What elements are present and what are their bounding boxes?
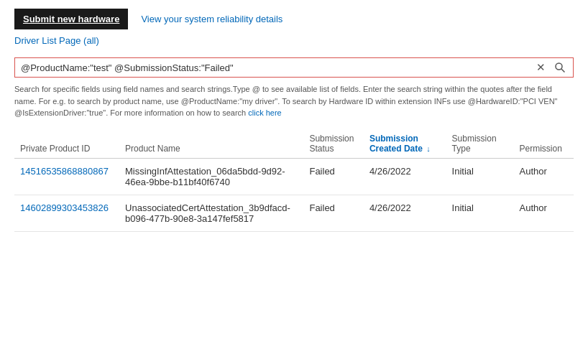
search-input[interactable] bbox=[21, 62, 535, 73]
search-help-text: Search for specific fields using field n… bbox=[14, 83, 574, 119]
header-row: Submit new hardware View your system rel… bbox=[14, 9, 574, 29]
col-header-submission-type: Submission Type bbox=[446, 129, 514, 159]
cell-private-product-id: 14516535868880867 bbox=[14, 158, 119, 195]
cell-submission-created-date: 4/26/2022 bbox=[364, 195, 446, 231]
cell-submission-status: Failed bbox=[303, 158, 363, 195]
search-icon bbox=[554, 62, 566, 73]
table-row: 14602899303453826UnassociatedCertAttesta… bbox=[14, 195, 574, 231]
cell-product-name: MissingInfAttestation_06da5bdd-9d92-46ea… bbox=[119, 158, 303, 195]
cell-permission: Author bbox=[513, 195, 574, 231]
col-header-permission: Permission bbox=[513, 129, 574, 159]
cell-submission-created-date: 4/26/2022 bbox=[364, 158, 446, 195]
col-header-private-product-id: Private Product ID bbox=[14, 129, 119, 159]
col-header-submission-created-date[interactable]: Submission Created Date ↓ bbox=[364, 129, 446, 159]
table-header-row: Private Product ID Product Name Submissi… bbox=[14, 129, 574, 159]
driver-list-link[interactable]: Driver List Page (all) bbox=[14, 35, 99, 46]
cell-permission: Author bbox=[513, 158, 574, 195]
reliability-link[interactable]: View your system reliability details bbox=[141, 14, 282, 24]
cell-product-name: UnassociatedCertAttestation_3b9dfacd-b09… bbox=[119, 195, 303, 231]
cell-submission-status: Failed bbox=[303, 195, 363, 231]
search-clear-button[interactable]: ✕ bbox=[535, 61, 547, 74]
search-submit-button[interactable] bbox=[553, 62, 567, 73]
sort-arrow-down-icon: ↓ bbox=[426, 144, 431, 153]
cell-submission-type: Initial bbox=[446, 158, 514, 195]
col-header-submission-status: Submission Status bbox=[303, 129, 363, 159]
results-table: Private Product ID Product Name Submissi… bbox=[14, 129, 574, 232]
click-here-link[interactable]: click here bbox=[248, 108, 281, 117]
search-actions: ✕ bbox=[535, 61, 567, 74]
table-row: 14516535868880867MissingInfAttestation_0… bbox=[14, 158, 574, 195]
private-product-id-link[interactable]: 14516535868880867 bbox=[20, 166, 109, 177]
col-header-product-name: Product Name bbox=[119, 129, 303, 159]
cell-submission-type: Initial bbox=[446, 195, 514, 231]
submit-new-hardware-button[interactable]: Submit new hardware bbox=[14, 9, 128, 29]
svg-line-1 bbox=[561, 69, 565, 73]
search-box: ✕ bbox=[14, 57, 574, 78]
svg-point-0 bbox=[556, 63, 562, 70]
private-product-id-link[interactable]: 14602899303453826 bbox=[20, 202, 109, 213]
cell-private-product-id: 14602899303453826 bbox=[14, 195, 119, 231]
